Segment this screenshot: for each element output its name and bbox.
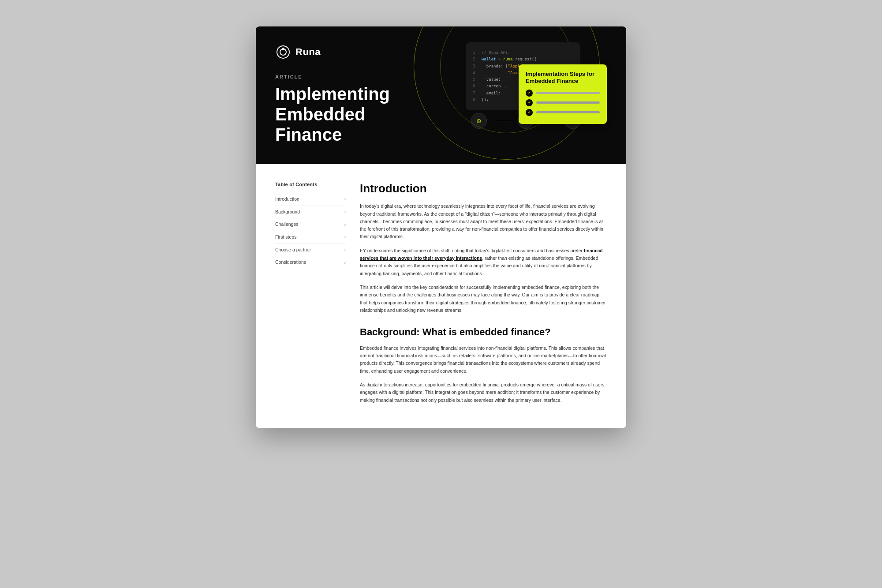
intro-para-2: EY underscores the significance of this … [360,247,607,277]
background-para-1: Embedded finance involves integrating fi… [360,345,607,375]
table-of-contents: Table of Contents Introduction › Backgro… [275,182,346,410]
connector-line-1 [496,121,509,121]
intro-heading: Introduction [360,182,607,195]
check-icon-2 [526,99,533,106]
toc-label-partner: Choose a partner [275,247,311,253]
toc-item-challenges[interactable]: Challenges › [275,218,346,231]
check-line-1 [536,92,600,94]
toc-title: Table of Contents [275,182,346,187]
toc-label-background: Background [275,209,300,215]
check-row-1 [526,90,600,97]
toc-item-background[interactable]: Background › [275,206,346,219]
check-icon-3 [526,109,533,116]
logo-icon [275,44,291,60]
check-row-2 [526,99,600,106]
implementation-card: Implementation Steps for Embedded Financ… [519,64,607,124]
background-heading: Background: What is embedded finance? [360,326,607,338]
toc-item-introduction[interactable]: Introduction › [275,193,346,206]
toc-arrow-partner: › [344,247,346,252]
toc-arrow-challenges: › [344,222,346,227]
toc-label-challenges: Challenges [275,221,299,228]
logo-text: Runa [295,46,321,58]
toc-label-first-steps: First steps [275,234,296,240]
svg-point-2 [282,48,284,50]
body-content: Table of Contents Introduction › Backgro… [256,164,626,428]
impl-card-title: Implementation Steps for Embedded Financ… [526,71,600,85]
check-line-3 [536,111,600,113]
toc-item-partner[interactable]: Choose a partner › [275,244,346,257]
background-para-2: As digital interactions increase, opport… [360,381,607,404]
toc-arrow-considerations: › [344,260,346,265]
toc-arrow-introduction: › [344,197,346,202]
check-icon-1 [526,90,533,97]
hero-section: Runa ARTICLE Implementing Embedded Finan… [256,26,626,164]
code-line-numbers: 12345678 [473,49,475,103]
toc-label-introduction: Introduction [275,196,299,202]
toc-arrow-background: › [344,210,346,214]
toc-item-first-steps[interactable]: First steps › [275,231,346,244]
check-line-2 [536,101,600,104]
globe-icon: ⊕ [471,113,487,129]
toc-item-considerations[interactable]: Considerations › [275,256,346,269]
check-row-3 [526,109,600,116]
intro-para2-prefix: EY underscores the significance of this … [360,248,584,253]
toc-arrow-first-steps: › [344,235,346,240]
hero-title: Implementing Embedded Finance [275,84,434,145]
hero-card-area: 12345678 // Runa API wallet = runa.reque… [466,42,607,139]
document: Runa ARTICLE Implementing Embedded Finan… [256,26,626,428]
article-body: Introduction In today's digital era, whe… [360,182,607,410]
toc-label-considerations: Considerations [275,259,306,266]
intro-para-3: This article will delve into the key con… [360,284,607,314]
intro-para-1: In today's digital era, where technology… [360,202,607,241]
page-wrapper: Runa ARTICLE Implementing Embedded Finan… [251,26,631,428]
